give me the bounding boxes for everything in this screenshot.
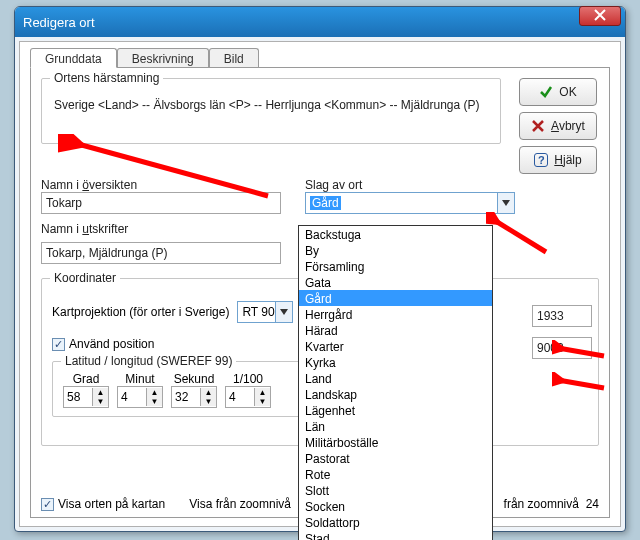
kind-option[interactable]: Kvarter <box>299 338 492 354</box>
window-title: Redigera ort <box>23 15 617 30</box>
kind-option[interactable]: Härad <box>299 322 492 338</box>
spin-up-icon[interactable]: ▲ <box>146 388 162 397</box>
spin-down-icon[interactable]: ▼ <box>146 397 162 406</box>
use-position-checkbox[interactable]: ✓ <box>52 338 65 351</box>
coords-legend: Koordinater <box>50 271 120 285</box>
spin-up-icon[interactable]: ▲ <box>200 388 216 397</box>
grad-spin[interactable]: ▲▼ <box>63 386 109 408</box>
use-position-label: Använd position <box>69 337 154 351</box>
chevron-down-icon[interactable] <box>497 193 514 213</box>
minut-spin[interactable]: ▲▼ <box>117 386 163 408</box>
kind-option[interactable]: Gård <box>299 290 492 306</box>
kind-option[interactable]: Gata <box>299 274 492 290</box>
kind-option[interactable]: Rote <box>299 466 492 482</box>
kind-field: Slag av ort Gård <box>305 178 515 214</box>
help-button[interactable]: ? Hjälp <box>519 146 597 174</box>
kind-option[interactable]: Backstuga <box>299 226 492 242</box>
annotation-arrow-icon <box>552 340 608 364</box>
spin-down-icon[interactable]: ▼ <box>254 397 270 406</box>
svg-line-0 <box>78 144 268 196</box>
annotation-arrow-icon <box>58 134 278 204</box>
coord-a-input[interactable] <box>532 305 592 327</box>
kind-label: Slag av ort <box>305 178 515 192</box>
annotation-arrow-icon <box>486 212 552 262</box>
tabs: Grunddata Beskrivning Bild <box>30 48 259 68</box>
tab-bild[interactable]: Bild <box>209 48 259 68</box>
show-on-map-checkbox[interactable]: ✓ <box>41 498 54 511</box>
projection-combo[interactable]: RT 90 <box>237 301 293 323</box>
tab-beskrivning[interactable]: Beskrivning <box>117 48 209 68</box>
kind-selected: Gård <box>310 196 341 210</box>
cancel-button[interactable]: Avbryt <box>519 112 597 140</box>
x-icon <box>531 119 545 133</box>
zoom-right-label: från zoomnivå 24 <box>504 497 599 511</box>
projection-label: Kartprojektion (för orter i Sverige) <box>52 305 229 319</box>
chevron-down-icon[interactable] <box>275 302 292 322</box>
kind-option[interactable]: Stad <box>299 530 492 540</box>
spin-up-icon[interactable]: ▲ <box>92 388 108 397</box>
kind-option[interactable]: Socken <box>299 498 492 514</box>
kind-option[interactable]: Land <box>299 370 492 386</box>
question-icon: ? <box>534 153 548 167</box>
check-icon <box>539 85 553 99</box>
svg-line-2 <box>558 348 604 356</box>
kind-option[interactable]: Soldattorp <box>299 514 492 530</box>
spin-down-icon[interactable]: ▼ <box>200 397 216 406</box>
hundr-spin[interactable]: ▲▼ <box>225 386 271 408</box>
sekund-spin[interactable]: ▲▼ <box>171 386 217 408</box>
kind-dropdown[interactable]: BackstugaByFörsamlingGataGårdHerrgårdHär… <box>298 225 493 540</box>
kind-option[interactable]: Pastorat <box>299 450 492 466</box>
kind-combo[interactable]: Gård <box>305 192 515 214</box>
spin-down-icon[interactable]: ▼ <box>92 397 108 406</box>
kind-option[interactable]: Lägenhet <box>299 402 492 418</box>
kind-option[interactable]: Slott <box>299 482 492 498</box>
ok-button[interactable]: OK <box>519 78 597 106</box>
spin-up-icon[interactable]: ▲ <box>254 388 270 397</box>
latlon-legend: Latitud / longitud (SWEREF 99) <box>61 354 236 368</box>
origin-legend: Ortens härstamning <box>50 71 163 85</box>
kind-option[interactable]: By <box>299 242 492 258</box>
show-on-map-label: Visa orten på kartan <box>58 497 165 511</box>
print-name-input[interactable] <box>41 242 281 264</box>
svg-line-1 <box>494 220 546 252</box>
tab-grunddata[interactable]: Grunddata <box>30 48 117 68</box>
close-icon <box>594 9 606 21</box>
zoom-left-label: Visa från zoomnivå <box>189 497 291 511</box>
titlebar: Redigera ort <box>15 7 625 37</box>
dialog-buttons: OK Avbryt ? Hjälp <box>519 78 597 174</box>
svg-line-3 <box>558 380 604 388</box>
kind-option[interactable]: Herrgård <box>299 306 492 322</box>
kind-option[interactable]: Län <box>299 418 492 434</box>
annotation-arrow-icon <box>552 372 608 396</box>
kind-option[interactable]: Kyrka <box>299 354 492 370</box>
kind-option[interactable]: Församling <box>299 258 492 274</box>
kind-option[interactable]: Landskap <box>299 386 492 402</box>
close-button[interactable] <box>579 6 621 26</box>
origin-text: Sverige <Land> -- Älvsborgs län <P> -- H… <box>52 93 490 135</box>
kind-option[interactable]: Militärboställe <box>299 434 492 450</box>
latlon-group: Latitud / longitud (SWEREF 99) Grad ▲▼ M… <box>52 361 302 417</box>
